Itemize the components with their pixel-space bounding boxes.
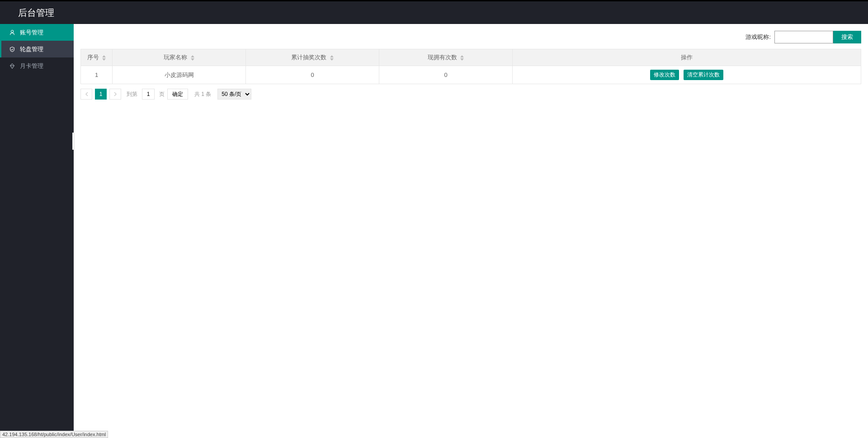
sidebar-item-label: 轮盘管理	[20, 45, 43, 53]
clear-button[interactable]: 清空累计次数	[684, 70, 723, 80]
search-bar: 游戏昵称: 搜索	[80, 31, 861, 43]
sidebar-item-label: 月卡管理	[20, 62, 43, 70]
shield-icon	[9, 46, 15, 52]
modify-button[interactable]: 修改次数	[650, 70, 679, 80]
column-header-seq[interactable]: 序号	[81, 49, 113, 66]
user-icon	[9, 29, 15, 36]
page-number[interactable]: 1	[95, 89, 107, 100]
search-input[interactable]	[774, 31, 833, 43]
column-header-own[interactable]: 现拥有次数	[379, 49, 513, 66]
status-bar: 42.194.135.168/ht/public/index/User/inde…	[0, 431, 108, 438]
goto-label: 到第	[127, 90, 137, 98]
column-header-draw[interactable]: 累计抽奖次数	[246, 49, 379, 66]
goto-input[interactable]	[142, 89, 155, 100]
cell-name: 小皮源码网	[113, 66, 246, 84]
sort-icon[interactable]	[330, 55, 334, 61]
page-next[interactable]	[109, 89, 121, 100]
page-size-select[interactable]: 50 条/页	[217, 89, 251, 100]
data-table: 序号 玩家名称 累计抽奖次数	[80, 49, 861, 84]
search-button[interactable]: 搜索	[833, 31, 861, 43]
column-header-action: 操作	[513, 49, 861, 66]
sort-icon[interactable]	[191, 55, 194, 61]
sidebar-item-label: 账号管理	[20, 29, 43, 37]
sort-icon[interactable]	[460, 55, 464, 61]
cell-seq: 1	[81, 66, 113, 84]
svg-point-0	[11, 30, 13, 32]
table-row: 1 小皮源码网 0 0 修改次数 清空累计次数	[81, 66, 861, 84]
page-label: 页	[159, 90, 165, 98]
sidebar-item-account[interactable]: 账号管理	[0, 24, 74, 41]
column-header-name[interactable]: 玩家名称	[113, 49, 246, 66]
search-label: 游戏昵称:	[745, 33, 771, 41]
header: 后台管理	[0, 1, 868, 24]
cell-action: 修改次数 清空累计次数	[513, 66, 861, 84]
diamond-icon	[9, 63, 15, 69]
main-content: 游戏昵称: 搜索 序号 玩家名称	[74, 24, 868, 438]
pagination: 1 到第 页 确定 共 1 条 50 条/页	[80, 84, 861, 104]
cell-draw: 0	[246, 66, 379, 84]
total-label: 共 1 条	[194, 90, 211, 98]
goto-confirm[interactable]: 确定	[167, 89, 188, 100]
sidebar-item-wheel[interactable]: 轮盘管理	[0, 41, 74, 57]
sidebar-collapse-handle[interactable]	[72, 133, 75, 150]
app-title: 后台管理	[18, 7, 54, 19]
sort-icon[interactable]	[102, 55, 106, 61]
sidebar: 账号管理 轮盘管理 月卡管理	[0, 24, 74, 438]
page-prev[interactable]	[80, 89, 92, 100]
cell-own: 0	[379, 66, 513, 84]
sidebar-item-monthcard[interactable]: 月卡管理	[0, 57, 74, 74]
